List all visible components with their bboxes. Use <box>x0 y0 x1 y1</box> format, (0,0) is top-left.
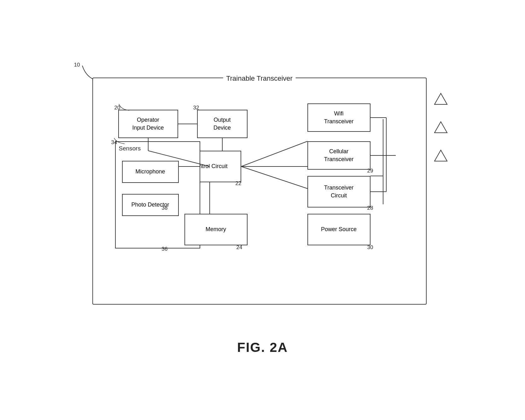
ref-22: 22 <box>236 180 242 187</box>
memory-box: Memory <box>184 214 248 245</box>
svg-marker-16 <box>435 93 447 104</box>
memory-label: Memory <box>206 225 226 233</box>
ref-38: 38 <box>162 204 168 212</box>
ref-10: 10 <box>74 62 80 68</box>
ref-20: 20 <box>114 104 120 112</box>
page: 10 Trainable Transceiver Operator Input … <box>0 0 525 420</box>
ref-34: 34 <box>111 139 117 146</box>
svg-line-7 <box>241 166 307 189</box>
svg-marker-17 <box>435 122 447 133</box>
ref-28: 28 <box>367 204 373 212</box>
power-source-box: Power Source <box>307 214 370 245</box>
ref-30: 30 <box>367 244 373 251</box>
fig-caption: FIG. 2A <box>237 340 288 355</box>
microphone-label: Microphone <box>135 168 165 176</box>
antennas-svg <box>431 90 457 178</box>
ref-24: 24 <box>236 244 242 251</box>
transceiver-label: Transceiver Circuit <box>324 184 353 200</box>
output-label: Output Device <box>213 116 231 132</box>
microphone-box: Microphone <box>122 161 179 183</box>
transceiver-circuit-box: Transceiver Circuit <box>307 176 370 207</box>
operator-label: Operator Input Device <box>132 116 164 132</box>
ref-36: 36 <box>162 245 168 253</box>
svg-line-6 <box>241 141 307 166</box>
wifi-label: Wifi Transceiver <box>324 110 353 125</box>
operator-input-device-box: Operator Input Device <box>118 110 178 138</box>
power-label: Power Source <box>321 225 357 233</box>
wifi-transceiver-box: Wifi Transceiver <box>307 103 370 132</box>
cellular-transceiver-box: Cellular Transceiver <box>307 141 370 170</box>
photo-detector-box: Photo Detector <box>122 194 179 216</box>
ref-32: 32 <box>193 104 199 112</box>
cellular-label: Cellular Transceiver <box>324 148 353 163</box>
sensors-label: Sensors <box>119 144 141 153</box>
diagram-area: 10 Trainable Transceiver Operator Input … <box>73 59 452 342</box>
ref-29: 29 <box>367 167 373 175</box>
output-device-box: Output Device <box>197 110 248 138</box>
svg-marker-18 <box>435 150 447 161</box>
main-box-label: Trainable Transceiver <box>223 74 296 84</box>
main-box: Trainable Transceiver Operator Input Dev… <box>92 78 427 305</box>
